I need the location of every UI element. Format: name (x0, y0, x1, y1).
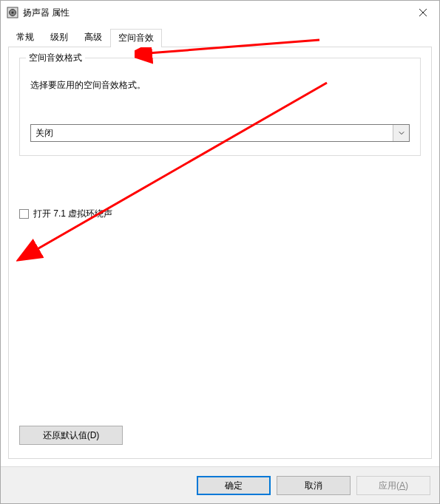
close-button[interactable] (406, 1, 439, 24)
tab-advanced[interactable]: 高级 (76, 28, 110, 47)
group-caption: 选择要应用的空间音效格式。 (30, 79, 410, 92)
dialog-window: 扬声器 属性 常规 级别 高级 空间音效 空间音效格式 选择要应用的空间音效格式… (0, 0, 440, 504)
dropdown-value: 关闭 (31, 125, 393, 141)
tab-spatial-sound[interactable]: 空间音效 (110, 29, 162, 47)
tab-general[interactable]: 常规 (8, 28, 42, 47)
checkbox-label: 打开 7.1 虚拟环绕声 (33, 208, 112, 220)
speaker-icon (7, 7, 18, 18)
tab-page-spatial: 空间音效格式 选择要应用的空间音效格式。 关闭 打开 7.1 虚拟环绕声 (8, 47, 432, 459)
client-area: 常规 级别 高级 空间音效 空间音效格式 选择要应用的空间音效格式。 关闭 (1, 24, 439, 466)
tab-strip: 常规 级别 高级 空间音效 (8, 29, 432, 47)
window-title: 扬声器 属性 (23, 7, 406, 19)
cancel-button[interactable]: 取消 (277, 476, 351, 495)
dropdown-arrow-button[interactable] (393, 125, 409, 141)
spatial-format-dropdown[interactable]: 关闭 (30, 124, 410, 142)
titlebar: 扬声器 属性 (1, 1, 439, 24)
virtual-surround-checkbox-row[interactable]: 打开 7.1 虚拟环绕声 (19, 208, 421, 220)
ok-button[interactable]: 确定 (197, 476, 271, 495)
restore-defaults-button[interactable]: 还原默认值(D) (19, 426, 123, 445)
dialog-footer: 确定 取消 应用(A) (1, 466, 439, 503)
chevron-down-icon (399, 130, 405, 136)
apply-button[interactable]: 应用(A) (356, 476, 430, 495)
group-title: 空间音效格式 (26, 52, 85, 64)
svg-point-2 (12, 12, 14, 14)
tab-levels[interactable]: 级别 (42, 28, 76, 47)
group-spatial-format: 空间音效格式 选择要应用的空间音效格式。 关闭 (19, 58, 421, 156)
checkbox-box[interactable] (19, 209, 29, 219)
